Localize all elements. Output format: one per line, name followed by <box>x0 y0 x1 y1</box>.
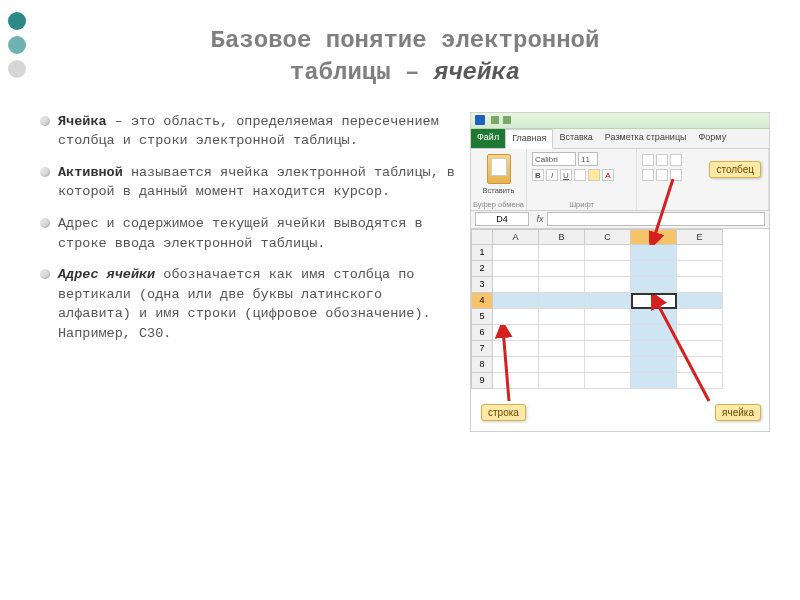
dot-icon <box>8 60 26 78</box>
cell[interactable] <box>539 357 585 373</box>
bullet-list: Ячейка – это область, определяемая перес… <box>40 112 458 432</box>
bold-button[interactable]: B <box>532 169 544 181</box>
cell[interactable] <box>631 245 677 261</box>
paste-label: Вставить <box>476 186 521 195</box>
cell[interactable] <box>585 277 631 293</box>
cell[interactable] <box>631 277 677 293</box>
cell[interactable] <box>677 245 723 261</box>
align-button[interactable] <box>656 154 668 166</box>
col-header[interactable]: B <box>539 229 585 245</box>
svg-line-1 <box>503 329 509 401</box>
row-header[interactable]: 2 <box>471 261 493 277</box>
cell[interactable] <box>677 261 723 277</box>
column-headers: A B C D E <box>471 229 769 245</box>
cell[interactable] <box>539 325 585 341</box>
bullet-text: – это область, определяемая пересечением… <box>58 114 439 149</box>
excel-screenshot: Файл Главная Вставка Разметка страницы Ф… <box>470 112 770 432</box>
bullet-item: Активной называется ячейка электронной т… <box>40 163 458 202</box>
content-row: Ячейка – это область, определяемая перес… <box>40 112 770 432</box>
fill-color-button[interactable] <box>588 169 600 181</box>
cell[interactable] <box>631 261 677 277</box>
cell[interactable] <box>539 261 585 277</box>
svg-line-0 <box>653 179 673 241</box>
arrow-row-icon <box>495 325 519 405</box>
row-header[interactable]: 7 <box>471 341 493 357</box>
select-all-corner[interactable] <box>471 229 493 245</box>
col-header[interactable]: A <box>493 229 539 245</box>
font-color-button[interactable]: A <box>602 169 614 181</box>
tab-home[interactable]: Главная <box>505 129 553 149</box>
row-header[interactable]: 6 <box>471 325 493 341</box>
row-header[interactable]: 9 <box>471 373 493 389</box>
cell[interactable] <box>585 309 631 325</box>
cell[interactable] <box>539 245 585 261</box>
row-header[interactable]: 8 <box>471 357 493 373</box>
dot-icon <box>8 12 26 30</box>
cell[interactable] <box>677 277 723 293</box>
arrow-cell-icon <box>649 295 719 405</box>
cell[interactable] <box>493 245 539 261</box>
clipboard-group-label: Буфер обмена <box>471 200 526 209</box>
undo-icon <box>491 116 499 124</box>
slide: Базовое понятие электронной таблицы – яч… <box>0 0 800 600</box>
dot-icon <box>8 36 26 54</box>
ribbon-group-clipboard: Вставить Буфер обмена <box>471 149 527 210</box>
cell[interactable] <box>493 293 539 309</box>
bullet-text: Адрес и содержимое текущей ячейки выводя… <box>58 216 423 251</box>
tab-formulas[interactable]: Форму <box>693 129 733 148</box>
paste-icon[interactable] <box>487 154 511 184</box>
tab-file[interactable]: Файл <box>471 129 505 148</box>
cell[interactable] <box>585 373 631 389</box>
cell[interactable] <box>539 293 585 309</box>
title-emphasis: ячейка <box>434 59 520 86</box>
quick-access-bar <box>471 113 769 129</box>
row-header-highlight[interactable]: 4 <box>471 293 493 309</box>
cell[interactable] <box>585 245 631 261</box>
save-icon <box>475 115 485 125</box>
callout-row: строка <box>481 404 526 421</box>
row-header[interactable]: 5 <box>471 309 493 325</box>
ribbon: Вставить Буфер обмена Calibri 11 B I U A <box>471 149 769 211</box>
cell[interactable] <box>539 309 585 325</box>
col-header[interactable]: E <box>677 229 723 245</box>
cell[interactable] <box>493 261 539 277</box>
cell[interactable] <box>539 341 585 357</box>
font-name-select[interactable]: Calibri <box>532 152 576 166</box>
redo-icon <box>503 116 511 124</box>
arrow-column-icon <box>649 175 677 245</box>
cell[interactable] <box>539 373 585 389</box>
cell[interactable] <box>585 357 631 373</box>
border-button[interactable] <box>574 169 586 181</box>
cell[interactable] <box>585 261 631 277</box>
bullet-bold: Ячейка <box>58 114 107 129</box>
col-header[interactable]: C <box>585 229 631 245</box>
bullet-bold-italic: Адрес ячейки <box>58 267 155 282</box>
font-group-label: Шрифт <box>527 200 636 209</box>
align-button[interactable] <box>642 154 654 166</box>
bullet-item: Ячейка – это область, определяемая перес… <box>40 112 458 151</box>
bullet-bold: Активной <box>58 165 123 180</box>
tab-layout[interactable]: Разметка страницы <box>599 129 693 148</box>
name-box[interactable]: D4 <box>475 212 529 226</box>
ribbon-group-font: Calibri 11 B I U A Шрифт <box>527 149 637 210</box>
row-header[interactable]: 1 <box>471 245 493 261</box>
cell[interactable] <box>493 277 539 293</box>
svg-line-2 <box>655 299 709 401</box>
font-size-select[interactable]: 11 <box>578 152 598 166</box>
italic-button[interactable]: I <box>546 169 558 181</box>
callout-column: столбец <box>709 161 761 178</box>
bullet-item: Адрес ячейки обозначается как имя столбц… <box>40 265 458 343</box>
cell[interactable] <box>585 325 631 341</box>
title-line2-prefix: таблицы – <box>290 59 434 86</box>
cell[interactable] <box>493 309 539 325</box>
decor-dots <box>8 12 26 78</box>
cell[interactable] <box>585 341 631 357</box>
underline-button[interactable]: U <box>560 169 572 181</box>
row-header[interactable]: 3 <box>471 277 493 293</box>
cell[interactable] <box>585 293 631 309</box>
slide-title: Базовое понятие электронной таблицы – яч… <box>40 25 770 90</box>
align-button[interactable] <box>670 154 682 166</box>
tab-insert[interactable]: Вставка <box>553 129 598 148</box>
fx-icon[interactable]: fx <box>533 214 547 224</box>
cell[interactable] <box>539 277 585 293</box>
